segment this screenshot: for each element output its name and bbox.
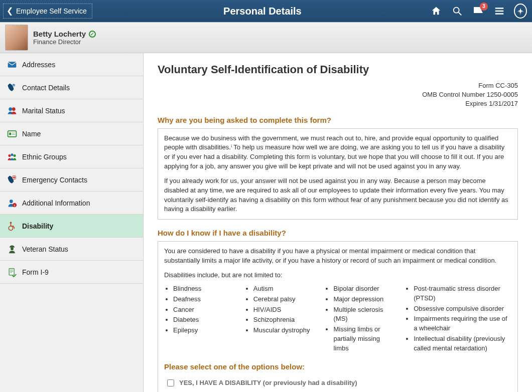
avatar: [5, 25, 28, 51]
dis-col-3: Bipolar disorderMajor depressionMultiple…: [324, 284, 394, 354]
disability-list-item: Blindness: [173, 284, 234, 294]
meta-expires: Expires 1/31/2017: [158, 99, 518, 108]
menu-icon[interactable]: [493, 5, 506, 18]
sidebar-item-label: Additional Information: [22, 199, 90, 207]
disability-list-item: Intellectual disability (previously call…: [414, 334, 511, 353]
form-meta: Form CC-305 OMB Control Number 1250-0005…: [158, 81, 518, 109]
svg-rect-8: [9, 132, 11, 135]
sidebar-item-label: Disability: [22, 222, 53, 230]
wheelchair-icon: [7, 221, 17, 231]
disability-list-item: Deafness: [173, 295, 234, 304]
dis-col-1: BlindnessDeafnessCancerDiabetesEpilepsy: [164, 284, 234, 354]
phone-medical-icon: [7, 175, 17, 185]
disability-list-item: Post-traumatic stress disorder (PTSD): [414, 284, 511, 303]
disability-list-item: Diabetes: [173, 315, 234, 325]
soldier-icon: [7, 244, 17, 254]
profile-bar: Betty Locherty ✓ Finance Director: [0, 22, 532, 53]
disability-list-item: Missing limbs or partially missing limbs: [333, 325, 394, 353]
disability-list-item: Bipolar disorder: [333, 284, 394, 294]
info-box-how: You are considered to have a disability …: [158, 241, 518, 392]
chevron-left-icon: ❮: [7, 7, 13, 15]
svg-rect-2: [8, 62, 17, 68]
group-icon: [7, 152, 17, 162]
how-para-1: You are considered to have a disability …: [164, 247, 511, 266]
section-head-how: How do I know if I have a disability?: [158, 229, 518, 237]
topbar-icons: 3: [430, 5, 532, 18]
option-yes-label: YES, I HAVE A DISABILITY (or previously …: [179, 378, 357, 388]
svg-point-12: [11, 153, 14, 156]
option-yes-row: YES, I HAVE A DISABILITY (or previously …: [167, 376, 511, 390]
dis-col-2: AutismCerebral palsyHIV/AIDSSchizophreni…: [244, 284, 315, 354]
info-box-why: Because we do business with the governme…: [158, 128, 518, 220]
disability-list: BlindnessDeafnessCancerDiabetesEpilepsy …: [164, 284, 511, 354]
profile-name: Betty Locherty: [33, 30, 86, 38]
main-content: Voluntary Self-Identification of Disabil…: [144, 53, 532, 392]
sidebar-item-label: Marital Status: [22, 107, 65, 115]
why-para-1: Because we do business with the governme…: [164, 134, 511, 171]
disability-list-item: Impairments requiring the use of a wheel…: [414, 314, 511, 333]
svg-line-1: [459, 13, 462, 16]
how-list-intro: Disabilities include, but are not limite…: [164, 271, 511, 280]
sidebar-item-label: Form I-9: [22, 268, 49, 276]
home-icon[interactable]: [430, 5, 443, 18]
why-para-2: If you already work for us, your answer …: [164, 176, 511, 214]
sidebar-item-ethnic-groups[interactable]: Ethnic Groups: [0, 145, 143, 168]
disability-list-item: HIV/AIDS: [253, 305, 315, 315]
disability-list-item: Cerebral palsy: [253, 295, 315, 304]
option-yes-checkbox[interactable]: [167, 379, 174, 386]
disability-list-item: Cancer: [173, 305, 234, 315]
section-head-options: Please select one of the options below:: [164, 361, 511, 372]
svg-point-13: [14, 154, 16, 157]
sidebar: Addresses @ Contact Details Marital Stat…: [0, 53, 144, 392]
svg-point-0: [454, 8, 459, 13]
topbar: ❮ Employee Self Service Personal Details…: [0, 0, 532, 22]
search-icon[interactable]: [451, 5, 464, 18]
sidebar-item-label: Addresses: [22, 61, 55, 69]
disability-list-item: Epilepsy: [173, 326, 234, 335]
back-to-ess-button[interactable]: ❮ Employee Self Service: [3, 4, 92, 19]
disability-list-item: Multiple sclerosis (MS): [333, 305, 394, 324]
notifications-icon[interactable]: 3: [472, 5, 485, 18]
svg-point-15: [10, 200, 13, 203]
svg-point-6: [12, 107, 16, 111]
disability-list-item: Major depression: [333, 295, 394, 304]
sidebar-item-label: Emergency Contacts: [22, 176, 87, 184]
sidebar-item-veteran-status[interactable]: Veteran Status: [0, 238, 143, 261]
meta-form: Form CC-305: [158, 81, 518, 90]
sidebar-item-label: Ethnic Groups: [22, 153, 67, 161]
svg-point-20: [11, 247, 14, 250]
mail-icon: [7, 60, 17, 70]
back-label: Employee Self Service: [16, 7, 87, 15]
sidebar-item-addresses[interactable]: Addresses: [0, 53, 143, 76]
sidebar-item-form-i9[interactable]: Form I-9: [0, 261, 143, 284]
dis-col-4: Post-traumatic stress disorder (PTSD)Obs…: [405, 284, 511, 354]
disability-list-item: Schizophrenia: [253, 315, 315, 325]
disability-list-item: Obsessive compulsive disorder: [414, 304, 511, 314]
content-heading: Voluntary Self-Identification of Disabil…: [158, 63, 518, 76]
sidebar-item-disability[interactable]: Disability: [0, 215, 143, 238]
section-head-why: Why are you being asked to complete this…: [158, 116, 518, 124]
sidebar-item-label: Veteran Status: [22, 245, 68, 253]
profile-role: Finance Director: [33, 38, 96, 46]
people-icon: [7, 106, 17, 116]
sidebar-item-additional-information[interactable]: i Additional Information: [0, 191, 143, 215]
notification-badge: 3: [480, 3, 488, 11]
sidebar-item-marital-status[interactable]: Marital Status: [0, 99, 143, 122]
meta-omb: OMB Control Number 1250-0005: [158, 90, 518, 99]
option-no-row: NO, I DON'T HAVE A DISABILITY: [167, 389, 511, 392]
disability-list-item: Autism: [253, 284, 315, 294]
person-info-icon: i: [7, 198, 17, 208]
svg-point-18: [10, 222, 12, 224]
sidebar-item-emergency-contacts[interactable]: Emergency Contacts: [0, 168, 143, 191]
svg-text:@: @: [13, 84, 15, 86]
sidebar-item-label: Name: [22, 130, 41, 138]
svg-rect-21: [9, 268, 14, 275]
disability-list-item: Muscular dystrophy: [253, 326, 315, 335]
svg-point-19: [9, 226, 13, 230]
svg-point-5: [9, 107, 12, 111]
compass-icon[interactable]: [514, 5, 527, 18]
sidebar-item-contact-details[interactable]: @ Contact Details: [0, 76, 143, 99]
sidebar-item-name[interactable]: Name: [0, 122, 143, 145]
presence-icon: ✓: [89, 31, 96, 38]
svg-point-11: [9, 154, 11, 157]
